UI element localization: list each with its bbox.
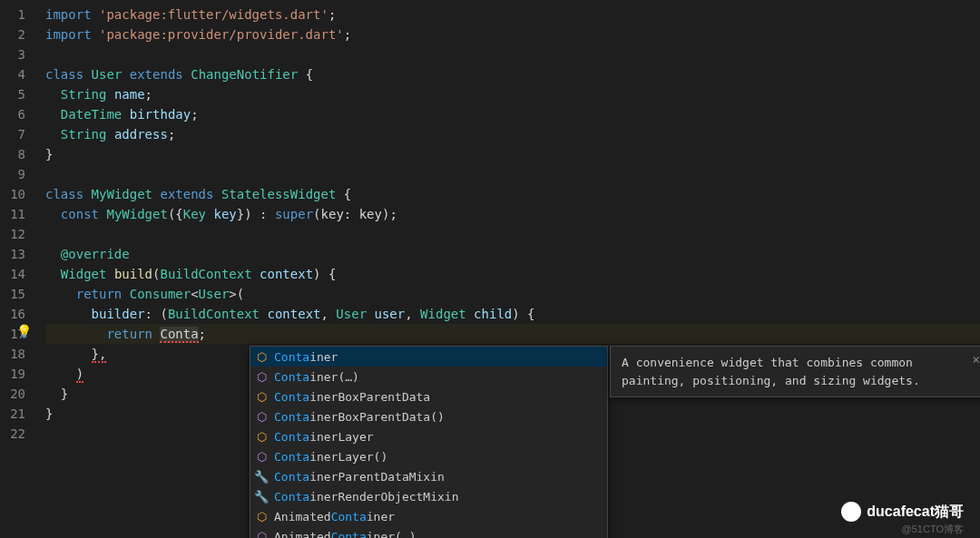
line-number: 6 [0,104,25,124]
suggestion-item[interactable]: 🔧ContainerParentDataMixin [250,466,607,486]
code-line: String name; [45,84,980,104]
class-icon: ⬡ [254,430,269,444]
line-number: 14 [0,264,25,284]
close-icon[interactable]: × [973,350,980,369]
code-line [45,224,980,244]
watermark: ducafecat猫哥 [841,502,964,522]
suggestion-label: ContainerParentDataMixin [274,470,603,484]
attribution-text: @51CTO博客 [902,523,964,536]
line-number: 3 [0,44,25,64]
doc-text: A convenience widget that combines commo… [622,356,920,387]
suggestion-label: ContainerLayer() [274,450,603,464]
code-line: builder: (BuildContext context, User use… [45,304,980,324]
suggestion-label: ContainerLayer [274,430,603,444]
code-line [45,164,980,184]
suggestion-label: ContainerBoxParentData [274,390,603,404]
suggestion-label: ContainerBoxParentData() [274,410,603,424]
method-icon: ⬡ [254,450,269,464]
line-number: 12 [0,224,25,244]
code-line: import 'package:flutter/widgets.dart'; [45,5,980,24]
wechat-icon [841,502,861,522]
method-icon: ⬡ [254,530,269,539]
line-number: 21 [0,404,25,424]
line-number-gutter: 1 2 3 4 5 6 7 8 9 10 11 12 13 14 15 16 1… [0,0,36,538]
line-number: 22 [0,424,25,444]
suggestion-label: AnimatedContainer(…) [274,530,603,539]
line-number: 11 [0,204,25,224]
interface-icon: 🔧 [254,470,269,484]
code-line: DateTime birthday; [45,104,980,124]
code-editor: 1 2 3 4 5 6 7 8 9 10 11 12 13 14 15 16 1… [0,0,980,538]
code-line: const MyWidget({Key key}) : super(key: k… [45,204,980,224]
line-number: 10 [0,184,25,204]
suggestion-label: Container [274,350,603,364]
line-number: 16 [0,304,25,324]
code-line [45,44,980,64]
lightbulb-icon[interactable]: 💡 [16,324,32,338]
line-number: 19 [0,364,25,384]
suggestion-label: ContainerRenderObjectMixin [274,490,603,504]
line-number: 5 [0,84,25,104]
suggestion-item[interactable]: ⬡AnimatedContainer(…) [250,526,607,538]
suggestion-item[interactable]: ⬡ContainerLayer [250,426,607,446]
code-line: import 'package:provider/provider.dart'; [45,24,980,44]
line-number: 15 [0,284,25,304]
code-line-active: return Conta; [45,324,980,344]
suggestion-item[interactable]: ⬡Container(…) [250,367,607,386]
line-number: 2 [0,24,25,44]
line-number: 8 [0,144,25,164]
suggestion-item[interactable]: 🔧ContainerRenderObjectMixin [250,486,607,506]
documentation-popup: × A convenience widget that combines com… [610,346,980,397]
class-icon: ⬡ [254,350,269,364]
watermark-text: ducafecat猫哥 [867,503,964,522]
line-number: 4 [0,64,25,84]
code-line: } [45,144,980,164]
code-line: @override [45,244,980,264]
interface-icon: 🔧 [254,490,269,504]
code-line: Widget build(BuildContext context) { [45,264,980,284]
code-line: class User extends ChangeNotifier { [45,64,980,84]
line-number: 18 [0,344,25,364]
line-number: 9 [0,164,25,184]
suggestion-item[interactable]: ⬡AnimatedContainer [250,506,607,526]
class-icon: ⬡ [254,390,269,404]
code-line: String address; [45,124,980,144]
class-icon: ⬡ [254,510,269,523]
code-line: return Consumer<User>( [45,284,980,304]
line-number: 13 [0,244,25,264]
line-number: 1 [0,5,25,24]
method-icon: ⬡ [254,410,269,424]
method-icon: ⬡ [254,370,269,384]
line-number: 20 [0,384,25,404]
code-line: class MyWidget extends StatelessWidget { [45,184,980,204]
autocomplete-popup[interactable]: ⬡Container⬡Container(…)⬡ContainerBoxPare… [250,346,608,538]
code-area[interactable]: 💡 import 'package:flutter/widgets.dart';… [36,0,980,538]
suggestion-item[interactable]: ⬡ContainerLayer() [250,446,607,466]
suggestion-item[interactable]: ⬡ContainerBoxParentData [250,386,607,406]
line-number: 7 [0,124,25,144]
suggestion-item[interactable]: ⬡ContainerBoxParentData() [250,406,607,426]
suggestion-item[interactable]: ⬡Container [250,347,607,367]
suggestion-label: Container(…) [274,370,603,384]
suggestion-label: AnimatedContainer [274,510,603,523]
